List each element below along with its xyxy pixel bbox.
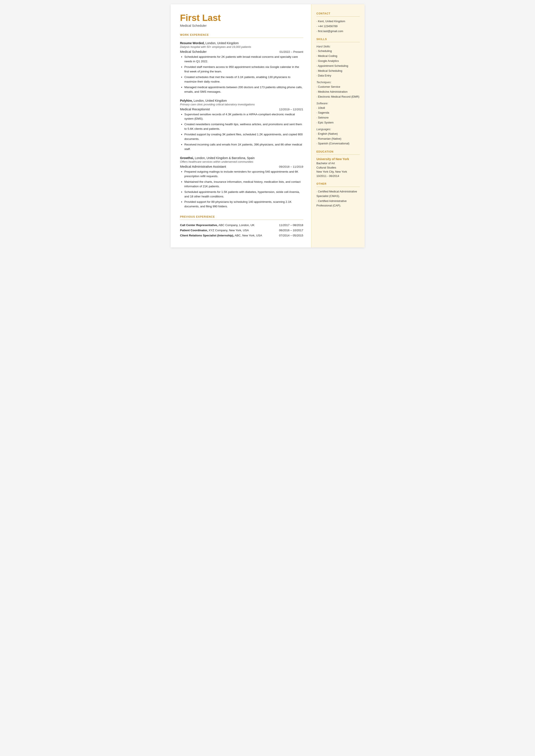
software-epic: Epic System	[317, 121, 360, 125]
skill-google-analytics: Google Analytics	[317, 59, 360, 63]
job-bullets-3: Prepared outgoing mailings to include re…	[180, 170, 303, 209]
other-item-1: Certified Medical Administrative Special…	[317, 189, 360, 199]
edu-degree-1: Bachelor of Art	[317, 161, 360, 165]
software-setmore: Setmore	[317, 116, 360, 120]
job-block-1: Resume Worded, London, United Kingdom Di…	[180, 42, 303, 94]
prev-exp-text-3: Client Relations Specialist (Internship)…	[180, 234, 262, 238]
bullet-2-2: Created newsletters containing health ti…	[184, 122, 303, 131]
prev-exp-row-1: Call Center Representative, ABC Company,…	[180, 223, 303, 227]
main-content: First Last Medical Scheduler WORK EXPERI…	[171, 4, 311, 247]
contact-label: CONTACT	[317, 12, 360, 15]
skill-data-entry: Data Entry	[317, 73, 360, 78]
bullet-3-3: Scheduled appointments for 1.5K patients…	[184, 190, 303, 199]
employer-line-3: Growthsi, London, United Kingdom & Barce…	[180, 156, 303, 160]
bullet-1-1: Scheduled appointments for 2K patients w…	[184, 55, 303, 64]
prev-exp-date-1: 11/2017 – 08/2018	[275, 223, 303, 227]
job-bullets-2: Supervised sensitive records of 4.3K pat…	[180, 112, 303, 152]
other-section: OTHER Certified Medical Administrative S…	[317, 182, 360, 208]
employer-line-1: Resume Worded, London, United Kingdom	[180, 42, 303, 45]
job-role-3: Medical Administrative Assistant	[180, 165, 226, 168]
employer-location-1: London, United Kingdom	[206, 42, 239, 45]
education-block-1: University of New York Bachelor of Art C…	[317, 157, 360, 178]
contact-section: CONTACT Kent, United Kingdom +44 1234567…	[317, 12, 360, 33]
employer-desc-2: Primary care clinic providing critical l…	[180, 103, 303, 106]
edu-location-1: New York City, New York	[317, 170, 360, 174]
techniques-label: Techniques:	[317, 81, 360, 84]
bullet-1-3: Created schedules that met the needs of …	[184, 75, 303, 84]
software-label: Software:	[317, 102, 360, 105]
skill-scheduling: Scheduling	[317, 49, 360, 53]
prev-exp-text-1: Call Center Representative, ABC Company,…	[180, 223, 255, 227]
software-10to8: 10to8	[317, 106, 360, 110]
prev-exp-row-2: Patient Coordinator, XYZ Company, New Yo…	[180, 228, 303, 233]
language-english: English (Native)	[317, 132, 360, 136]
job-block-2: Polyhire, London, United Kingdom Primary…	[180, 99, 303, 152]
employer-location-3: London, United Kingdom & Barcelona, Spai…	[195, 156, 255, 160]
other-item-2: Certified Administrative Professional (C…	[317, 199, 360, 208]
employer-location-2: London, United Kingdom	[194, 99, 227, 102]
languages-label: Languages:	[317, 127, 360, 131]
employer-name-3: Growthsi,	[180, 156, 194, 160]
contact-address: Kent, United Kingdom	[317, 19, 360, 24]
candidate-name: First Last	[180, 13, 303, 23]
bullet-1-2: Provided staff members access to 950 app…	[184, 65, 303, 74]
job-dates-1: 01/2022 – Present	[279, 50, 303, 53]
technique-customer-service: Customer Service	[317, 85, 360, 89]
prev-exp-date-3: 07/2014 – 05/2015	[275, 234, 303, 238]
skill-appointment-scheduling: Appointment Scheduling	[317, 64, 360, 68]
edu-dates-1: 10/2011 - 06/2014	[317, 174, 360, 178]
job-bullets-1: Scheduled appointments for 2K patients w…	[180, 55, 303, 94]
education-divider	[317, 154, 360, 155]
bullet-2-1: Supervised sensitive records of 4.3K pat…	[184, 112, 303, 121]
employer-desc-1: Dialysis hospital with 50+ employees and…	[180, 45, 303, 48]
contact-phone: +44 123456789	[317, 24, 360, 29]
edu-school-1: University of New York	[317, 157, 360, 161]
skill-medical-coding: Medical Coding	[317, 54, 360, 58]
contact-email: first.last@gmail.com	[317, 29, 360, 34]
education-section: EDUCATION University of New York Bachelo…	[317, 150, 360, 178]
work-experience-label: WORK EXPERIENCE	[180, 33, 303, 37]
prev-exp-row-3: Client Relations Specialist (Internship)…	[180, 234, 303, 238]
prev-exp-text-2: Patient Coordinator, XYZ Company, New Yo…	[180, 228, 249, 233]
employer-name-2: Polyhire,	[180, 99, 193, 102]
technique-medicine-admin: Medicine Administration	[317, 90, 360, 94]
resume-container: First Last Medical Scheduler WORK EXPERI…	[171, 4, 365, 247]
language-spanish: Spanish (Conversational)	[317, 141, 360, 146]
sidebar: CONTACT Kent, United Kingdom +44 1234567…	[311, 4, 365, 247]
job-role-line-1: Medical Scheduler 01/2022 – Present	[180, 50, 303, 53]
work-experience-divider	[180, 38, 303, 38]
employer-desc-3: Offers healthcare services within unders…	[180, 160, 303, 163]
skills-section: SKILLS Hard Skills: Scheduling Medical C…	[317, 38, 360, 146]
skills-label: SKILLS	[317, 38, 360, 41]
language-romanian: Romanian (Native)	[317, 137, 360, 141]
software-sagenda: Sagenda	[317, 111, 360, 115]
bullet-3-1: Prepared outgoing mailings to include re…	[184, 170, 303, 179]
bullet-1-4: Managed medical appointments between 200…	[184, 85, 303, 94]
bullet-3-4: Provided support for 89 physicians by sc…	[184, 200, 303, 209]
job-role-line-3: Medical Administrative Assistant 09/2018…	[180, 165, 303, 168]
job-dates-2: 12/2019 – 12/2021	[279, 108, 303, 111]
job-role-2: Medical Receptionist	[180, 107, 210, 111]
prev-exp-date-2: 06/2016 – 10/2017	[275, 228, 303, 233]
technique-emr: Electronic Medical Record (EMR)	[317, 95, 360, 99]
previous-experience-label: PREVIOUS EXPERIENCE	[180, 215, 303, 218]
job-role-1: Medical Scheduler	[180, 50, 207, 53]
bullet-2-3: Provided support by creating 3K patient …	[184, 132, 303, 141]
candidate-title: Medical Scheduler	[180, 24, 303, 27]
job-role-line-2: Medical Receptionist 12/2019 – 12/2021	[180, 107, 303, 111]
job-dates-3: 09/2018 – 11/2019	[279, 165, 303, 168]
bullet-3-2: Maintained the charts, insurance informa…	[184, 180, 303, 189]
education-label: EDUCATION	[317, 150, 360, 153]
edu-field-1: Cultural Studies	[317, 165, 360, 170]
other-label: OTHER	[317, 182, 360, 185]
employer-line-2: Polyhire, London, United Kingdom	[180, 99, 303, 102]
employer-name-1: Resume Worded,	[180, 42, 205, 45]
bullet-2-4: Received incoming calls and emails from …	[184, 142, 303, 152]
skill-medical-scheduling: Medical Scheduling	[317, 69, 360, 73]
job-block-3: Growthsi, London, United Kingdom & Barce…	[180, 156, 303, 209]
hard-skills-label: Hard Skills:	[317, 45, 360, 48]
